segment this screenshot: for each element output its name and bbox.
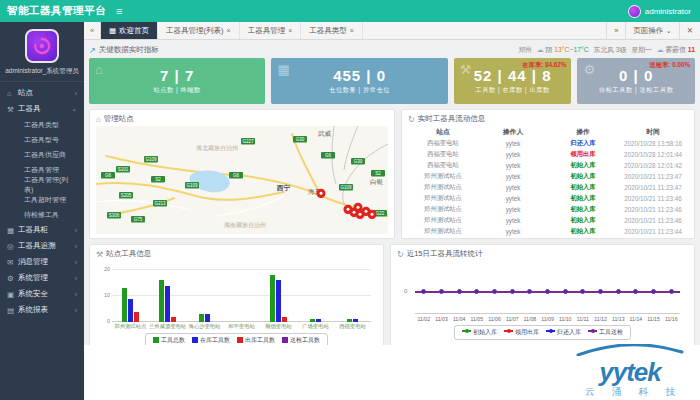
weather-wind: 东北风 3级 (594, 45, 627, 55)
bar-group (297, 264, 334, 322)
user-menu[interactable]: administrator (628, 5, 700, 18)
line-data-point (492, 289, 497, 294)
page-operations-dropdown[interactable]: 页面操作 ⌄ (625, 22, 678, 39)
flow-col-header: 操作人 (478, 126, 548, 138)
flow-site: 郑州测试站点 (408, 215, 478, 226)
rate-badge: 送检率: 0.00% (649, 61, 690, 70)
road-badge-label: S101 (118, 167, 129, 172)
bar-x-label: 西福变电站 (334, 323, 371, 330)
sidebar-item-系统安全[interactable]: ▣系统安全› (0, 286, 84, 302)
sidebar-item-工器具追溯[interactable]: ◎工器具追溯› (0, 238, 84, 254)
bar-工具总数[interactable] (347, 319, 352, 322)
bar-工具总数[interactable] (159, 280, 164, 322)
line-x-label: 11/02 (415, 316, 433, 322)
sidebar-subitem-工器具供应商[interactable]: 工器具供应商 (0, 147, 84, 162)
tab-close-icon[interactable]: × (288, 27, 292, 34)
sidebar-item-系统报表[interactable]: ▤系统报表› (0, 302, 84, 318)
chevron-icon: › (75, 259, 77, 266)
bar-在库工具数[interactable] (353, 319, 358, 322)
bar-工具总数[interactable] (270, 275, 275, 322)
sidebar-item-工器具[interactable]: ⚒工器具⌄ (0, 101, 84, 117)
sidebar-subitem-工器具型号[interactable]: 工器具型号 (0, 132, 84, 147)
tab-close-icon[interactable]: × (350, 27, 354, 34)
bar-在库工具数[interactable] (316, 319, 321, 322)
line-data-point (598, 289, 603, 294)
bar-出库工具数[interactable] (134, 312, 139, 322)
legend-item-在库工具数[interactable]: 在库工具数 (192, 336, 230, 345)
user-name: administrator (645, 7, 691, 16)
legend-item-送检工具数[interactable]: 送检工具数 (282, 336, 320, 345)
bar-工具总数[interactable] (310, 319, 315, 322)
sidebar-item-工器具柜[interactable]: ▦工器具柜› (0, 222, 84, 238)
chevron-icon: ⌄ (71, 105, 77, 113)
hamburger-icon[interactable]: ≡ (116, 5, 122, 17)
bar-chart[interactable]: 01020 (112, 264, 371, 322)
map-pin-icon[interactable] (368, 210, 377, 219)
flow-time: 2020/10/21 11:23:46 (618, 204, 688, 215)
table-row: 郑州测试站点yytek初始入库2020/10/21 11:23:46 (408, 193, 688, 204)
tab-工器具类型[interactable]: 工器具类型× (301, 22, 363, 39)
tab-欢迎首页[interactable]: ▦欢迎首页 (101, 22, 158, 39)
line-chart[interactable]: 0 (415, 267, 680, 313)
bar-在库工具数[interactable] (276, 280, 281, 322)
tab-label: 工器具管理 (248, 26, 286, 36)
sidebar-item-label: 工器具追溯 (18, 241, 56, 251)
cloud-icon: ☁ (537, 46, 544, 53)
line-data-point (457, 289, 462, 294)
flow-time: 2020/10/21 11:23:46 (618, 215, 688, 226)
sidebar-subitem-工器具管理(列表)[interactable]: 工器具管理(列表) (0, 177, 84, 192)
sidebar-subitem-工器具类型[interactable]: 工器具类型 (0, 117, 84, 132)
line-x-label: 11/06 (486, 316, 504, 322)
tab-close-icon[interactable]: × (227, 27, 231, 34)
table-row: 郑州测试站点yytek初始入库2020/10/21 11:23:46 (408, 215, 688, 226)
sidebar: administrator_系统管理员 ⌂站点›⚒工器具⌄工器具类型工器具型号工… (0, 22, 84, 400)
flow-panel: ↻ 实时工器具流动信息 站点操作人操作时间 西福变电站yytek归还入库2020… (401, 109, 695, 239)
tab-bar: « ▦欢迎首页工器具管理(列表)×工器具管理×工器具类型× » 页面操作 ⌄ ✕ (84, 22, 700, 40)
legend-item-初始入库[interactable]: 初始入库 (462, 328, 497, 337)
map-canvas[interactable]: 海北藏族自治州海南藏族自治州 西宁海东白银武威 G227G30G6G30S2G1… (96, 126, 388, 238)
legend-item-工具送检[interactable]: 工具送检 (588, 328, 623, 337)
stat-card: ⌂7 | 7站点数 | 终端数 (89, 58, 265, 104)
legend-item-领用出库[interactable]: 领用出库 (504, 328, 539, 337)
sidebar-item-系统管理[interactable]: ⚙系统管理› (0, 270, 84, 286)
flow-panel-title: 实时工器具流动信息 (418, 114, 486, 124)
map-pin-icon[interactable] (317, 189, 326, 198)
flow-operator: yytek (478, 215, 548, 226)
legend-label: 归还入库 (557, 329, 581, 335)
weather-temp-high: 17°C (573, 46, 588, 53)
collapse-tabs-icon[interactable]: « (84, 22, 101, 39)
line-data-point (669, 289, 674, 294)
y-tick-label: 10 (99, 292, 110, 298)
bar-工具总数[interactable] (122, 288, 127, 322)
legend-item-归还入库[interactable]: 归还入库 (546, 328, 581, 337)
road-badge-label: G75 (134, 217, 143, 222)
sidebar-item-站点[interactable]: ⌂站点› (0, 85, 84, 101)
tab-工器具管理[interactable]: 工器具管理× (240, 22, 302, 39)
close-all-tabs-icon[interactable]: ✕ (679, 22, 700, 39)
sidebar-subitem-待检修工具[interactable]: 待检修工具 (0, 207, 84, 222)
tab-工器具管理(列表)[interactable]: 工器具管理(列表)× (158, 22, 240, 39)
bar-出库工具数[interactable] (282, 317, 287, 322)
map-panel-title: 管理站点 (104, 114, 134, 124)
line-data-point (474, 289, 479, 294)
bar-出库工具数[interactable] (171, 317, 176, 322)
bar-chart-x-labels: 郑州测试站点兰州威源变电站海心沙变电站和平变电站顺德变电站广场变电站西福变电站 (112, 323, 371, 330)
bar-在库工具数[interactable] (165, 286, 170, 322)
line-x-label: 11/13 (609, 316, 627, 322)
bar-在库工具数[interactable] (205, 314, 210, 322)
sidebar-item-消息管理[interactable]: ✉消息管理› (0, 254, 84, 270)
tab-home-icon: ▦ (109, 26, 116, 35)
chevron-icon: › (75, 275, 77, 282)
legend-item-工具总数[interactable]: 工具总数 (153, 336, 185, 345)
bar-工具总数[interactable] (199, 314, 204, 322)
legend-label: 工具送检 (599, 329, 623, 335)
flow-operator: yytek (478, 193, 548, 204)
more-tabs-icon[interactable]: » (606, 22, 625, 39)
road-badge-label: G6 (233, 173, 240, 178)
legend-item-出库工具数[interactable]: 出库工具数 (237, 336, 275, 345)
sidebar-menu: ⌂站点›⚒工器具⌄工器具类型工器具型号工器具供应商工器具管理工器具管理(列表)工… (0, 82, 84, 318)
map-pin-icon[interactable] (354, 203, 363, 212)
line-chart-legend[interactable]: 初始入库领用出库归还入库工具送检 (454, 325, 631, 340)
bar-在库工具数[interactable] (128, 299, 133, 322)
legend-label: 送检工具数 (290, 337, 320, 343)
